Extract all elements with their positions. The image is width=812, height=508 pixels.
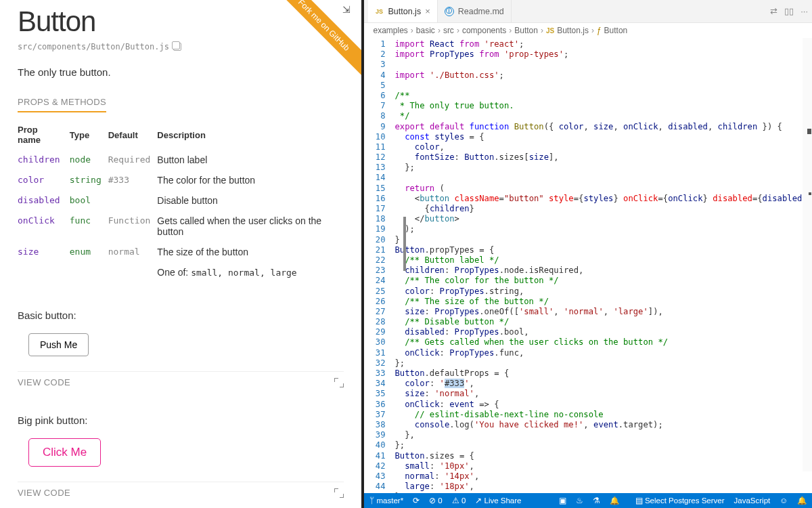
prop-default: Function — [108, 211, 158, 242]
prop-desc: The color for the button — [157, 170, 343, 190]
minimap[interactable] — [803, 38, 812, 471]
file-icon: ⓘ — [445, 7, 454, 16]
feedback-icon[interactable]: ☺ — [780, 496, 788, 505]
branch-item[interactable]: ᛘ master* — [369, 496, 404, 505]
fullscreen-icon[interactable] — [334, 488, 344, 498]
code-editor[interactable]: 1234567891011121314151617181920212223242… — [364, 38, 813, 493]
status-icon[interactable]: ▣ — [559, 496, 566, 505]
prop-name: size — [18, 242, 70, 262]
col-default: Default — [108, 121, 158, 150]
prop-default: #333 — [108, 170, 158, 190]
fullscreen-icon[interactable] — [334, 378, 344, 387]
styleguide-pane: ⇲ Fork me on GitHub Button src/component… — [0, 0, 361, 508]
breadcrumb-item[interactable]: basic — [416, 26, 435, 35]
tab-actions: ⇄ ▯▯ ··· — [770, 0, 808, 22]
status-icon[interactable]: 🔔 — [610, 496, 619, 505]
code-content[interactable]: import React from 'react';import PropTyp… — [391, 38, 813, 493]
split-editor-icon[interactable]: ▯▯ — [784, 6, 794, 16]
prop-default: normal — [108, 242, 158, 262]
editor-tab[interactable]: JSButton.js× — [368, 0, 438, 22]
view-code-toggle[interactable]: VIEW CODE — [18, 488, 70, 498]
errors-item[interactable]: ⊘ 0 — [429, 496, 443, 505]
symbol-icon: ƒ — [597, 26, 602, 35]
page-title: Button — [18, 5, 344, 38]
bell-icon[interactable]: 🔔 — [797, 496, 807, 505]
tab-label: Button.js — [388, 7, 422, 16]
source-path: src/components/Button/Button.js — [18, 42, 344, 51]
editor-tabs: JSButton.js×ⓘReadme.md ⇄ ▯▯ ··· — [364, 0, 813, 23]
copy-icon[interactable] — [173, 43, 181, 51]
prop-name: disabled — [18, 190, 70, 211]
editor-pane: JSButton.js×ⓘReadme.md ⇄ ▯▯ ··· examples… — [361, 0, 813, 508]
prop-enum-values: One of: small, normal, large — [157, 262, 343, 282]
col-prop-name: Prop name — [18, 121, 70, 150]
status-icon[interactable]: ♨ — [576, 496, 583, 505]
push-me-button[interactable]: Push Me — [28, 333, 89, 356]
file-icon: JS — [375, 7, 384, 16]
prop-default — [108, 190, 158, 211]
language-mode[interactable]: JavaScript — [734, 496, 771, 505]
prop-name: onClick — [18, 211, 70, 242]
more-icon[interactable]: ··· — [800, 6, 808, 16]
compare-icon[interactable]: ⇄ — [770, 6, 777, 16]
prop-desc: Gets called when the user clicks on the … — [157, 211, 343, 242]
prop-type: string — [70, 170, 108, 190]
breadcrumb-item[interactable]: examples — [374, 26, 408, 35]
collapse-icon[interactable]: ⇲ — [342, 4, 353, 15]
breadcrumb-item[interactable]: Button — [514, 26, 538, 35]
breadcrumbs[interactable]: examples›basic›src›components›Button›JS … — [364, 23, 813, 38]
props-section-title[interactable]: PROPS & METHODS — [18, 97, 106, 112]
breadcrumb-item[interactable]: src — [443, 26, 454, 35]
db-server-item[interactable]: ▤ Select Postgres Server — [635, 496, 725, 505]
table-row: One of: small, normal, large — [18, 262, 344, 282]
close-icon[interactable]: × — [425, 6, 430, 16]
table-row: children node Required Button label — [18, 150, 344, 171]
prop-type: func — [70, 211, 108, 242]
table-row: disabled bool Disable button — [18, 190, 344, 211]
prop-desc: Button label — [157, 150, 343, 171]
view-code-toggle[interactable]: VIEW CODE — [18, 377, 70, 387]
col-description: Description — [157, 121, 343, 150]
table-row: onClick func Function Gets called when t… — [18, 211, 344, 242]
prop-type: bool — [70, 190, 108, 211]
prop-desc: Disable button — [157, 190, 343, 211]
click-me-button[interactable]: Click Me — [28, 438, 101, 467]
editor-tab[interactable]: ⓘReadme.md — [438, 0, 512, 22]
warnings-item[interactable]: ⚠ 0 — [452, 496, 466, 505]
prop-name: color — [18, 170, 70, 190]
sync-icon[interactable]: ⟳ — [413, 496, 420, 505]
tab-label: Readme.md — [458, 7, 504, 16]
breadcrumb-item[interactable]: Button.js — [557, 26, 589, 35]
file-icon: JS — [546, 27, 554, 35]
status-icon[interactable]: ⚗ — [593, 496, 600, 505]
liveshare-item[interactable]: ↗ Live Share — [475, 496, 521, 505]
table-row: color string #333 The color for the butt… — [18, 170, 344, 190]
component-description: The only true button. — [18, 66, 344, 78]
prop-default: Required — [108, 150, 158, 171]
line-gutter: 1234567891011121314151617181920212223242… — [364, 38, 391, 493]
status-bar: ᛘ master* ⟳ ⊘ 0 ⚠ 0 ↗ Live Share ▣♨⚗🔔 ▤ … — [364, 493, 813, 508]
prop-desc: The size of the button — [157, 242, 343, 262]
source-path-text: src/components/Button/Button.js — [18, 42, 169, 51]
breadcrumb-item[interactable]: Button — [604, 26, 628, 35]
prop-type: node — [70, 150, 108, 171]
table-row: size enum normal The size of the button — [18, 242, 344, 262]
breadcrumb-item[interactable]: components — [462, 26, 506, 35]
col-type: Type — [70, 121, 108, 150]
props-table: Prop name Type Default Description child… — [18, 121, 344, 282]
prop-type: enum — [70, 242, 108, 262]
prop-name: children — [18, 150, 70, 171]
example-basic-label: Basic button: — [18, 310, 344, 321]
split-handle[interactable] — [403, 217, 406, 271]
example-pink-label: Big pink button: — [18, 415, 344, 426]
